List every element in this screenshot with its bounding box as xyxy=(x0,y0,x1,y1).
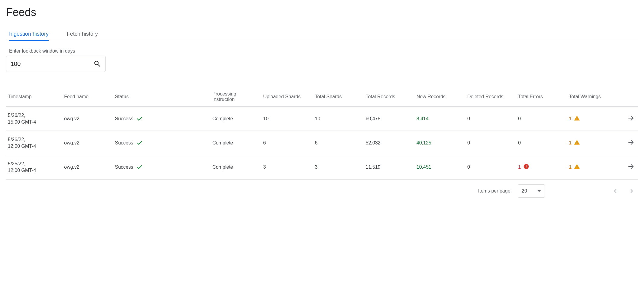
check-icon xyxy=(136,115,143,122)
check-icon xyxy=(136,164,143,170)
chevron-down-icon xyxy=(537,190,541,192)
warning-count: 1 xyxy=(569,140,572,146)
th-total-shards: Total Shards xyxy=(312,87,362,107)
total-records: 52,032 xyxy=(363,131,414,155)
prev-page-button[interactable] xyxy=(611,187,619,195)
lookback-input[interactable] xyxy=(11,60,93,67)
row-detail-arrow[interactable] xyxy=(627,114,635,122)
items-per-page-label: Items per page: xyxy=(478,188,512,194)
next-page-button[interactable] xyxy=(628,187,636,195)
warning-count: 1 xyxy=(569,116,572,121)
row-detail-arrow[interactable] xyxy=(627,163,635,170)
row-detail-arrow[interactable] xyxy=(627,138,635,146)
ingestion-table: Timestamp Feed name Status Processing In… xyxy=(6,87,638,180)
error-count: 0 xyxy=(518,116,521,121)
feed-name: owg.v2 xyxy=(61,155,112,179)
timestamp: 5/26/22,12:00 GMT-4 xyxy=(8,136,58,149)
items-per-page-select[interactable]: 20 xyxy=(518,184,545,198)
th-deleted-records: Deleted Records xyxy=(464,87,515,107)
processing-instruction: Complete xyxy=(209,131,260,155)
items-per-page-value: 20 xyxy=(522,188,527,194)
search-icon[interactable] xyxy=(93,60,101,68)
th-actions xyxy=(613,87,638,107)
processing-instruction: Complete xyxy=(209,155,260,179)
tabs: Ingestion history Fetch history xyxy=(6,27,638,41)
pager-arrows xyxy=(611,187,636,195)
feed-name: owg.v2 xyxy=(61,131,112,155)
timestamp: 5/25/22,12:00 GMT-4 xyxy=(8,160,58,173)
th-timestamp: Timestamp xyxy=(6,87,61,107)
page-title: Feeds xyxy=(6,6,638,19)
th-total-records: Total Records xyxy=(363,87,414,107)
warning-icon xyxy=(574,115,580,122)
uploaded-shards: 3 xyxy=(260,155,312,179)
deleted-records: 0 xyxy=(464,155,515,179)
tab-fetch-history[interactable]: Fetch history xyxy=(67,27,98,41)
error-count: 1 xyxy=(518,164,521,170)
th-uploaded-shards: Uploaded Shards xyxy=(260,87,312,107)
warning-icon xyxy=(574,164,580,171)
status-text: Success xyxy=(115,140,133,146)
total-records: 11,519 xyxy=(363,155,414,179)
error-count: 0 xyxy=(518,140,521,145)
th-new-records: New Records xyxy=(414,87,464,107)
check-icon xyxy=(136,140,143,146)
timestamp: 5/26/22,15:00 GMT-4 xyxy=(8,112,58,125)
th-total-warnings: Total Warnings xyxy=(566,87,613,107)
total-shards: 3 xyxy=(312,155,362,179)
uploaded-shards: 10 xyxy=(260,107,312,131)
lookback-input-wrap[interactable] xyxy=(6,56,106,72)
filter-section: Enter lookback window in days xyxy=(6,48,638,72)
new-records: 10,451 xyxy=(417,164,431,170)
new-records: 40,125 xyxy=(417,140,431,145)
status-text: Success xyxy=(115,164,133,170)
processing-instruction: Complete xyxy=(209,107,260,131)
error-icon xyxy=(523,164,529,171)
table-row: 5/25/22,12:00 GMT-4owg.v2SuccessComplete… xyxy=(6,155,638,179)
th-status: Status xyxy=(112,87,209,107)
warning-icon xyxy=(574,139,580,147)
feed-name: owg.v2 xyxy=(61,107,112,131)
svg-rect-2 xyxy=(526,167,526,168)
th-processing: Processing Instruction xyxy=(209,87,260,107)
status-text: Success xyxy=(115,116,133,121)
tab-ingestion-history[interactable]: Ingestion history xyxy=(9,27,49,41)
warning-count: 1 xyxy=(569,164,572,170)
total-shards: 10 xyxy=(312,107,362,131)
total-records: 60,478 xyxy=(363,107,414,131)
table-row: 5/26/22,15:00 GMT-4owg.v2SuccessComplete… xyxy=(6,107,638,131)
deleted-records: 0 xyxy=(464,131,515,155)
new-records: 8,414 xyxy=(417,116,429,121)
paginator: Items per page: 20 xyxy=(6,180,638,202)
uploaded-shards: 6 xyxy=(260,131,312,155)
th-total-errors: Total Errors xyxy=(515,87,566,107)
lookback-label: Enter lookback window in days xyxy=(6,48,638,54)
svg-rect-1 xyxy=(526,165,526,167)
deleted-records: 0 xyxy=(464,107,515,131)
total-shards: 6 xyxy=(312,131,362,155)
table-row: 5/26/22,12:00 GMT-4owg.v2SuccessComplete… xyxy=(6,131,638,155)
th-feed-name: Feed name xyxy=(61,87,112,107)
